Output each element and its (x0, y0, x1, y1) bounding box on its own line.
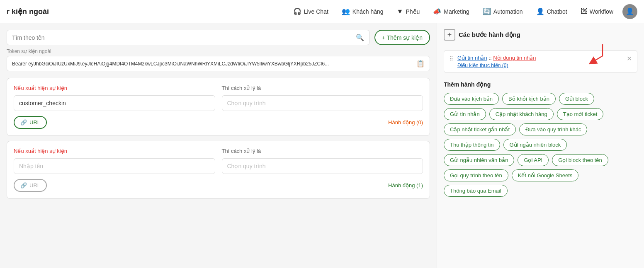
action-tag-7[interactable]: Đưa vào quy trình khác (519, 123, 587, 135)
action-tag-15[interactable]: Thông báo qua Email (444, 185, 508, 197)
event-input-1[interactable] (14, 95, 215, 111)
action-tags: Đưa vào kịch bảnBỏ khỏi kịch bảnGửi bloc… (444, 93, 637, 197)
hanh-dong-2: Hành động (1) (388, 182, 423, 188)
delete-action-button[interactable]: ✕ (627, 55, 632, 63)
nav-khach-hang-label: Khách hàng (352, 8, 384, 15)
action-tag-1[interactable]: Bỏ khỏi kịch bản (502, 93, 556, 105)
copy-icon[interactable]: 📋 (416, 60, 425, 68)
nav-pheu-label: Phễu (406, 8, 420, 15)
marketing-icon: 📣 (433, 7, 441, 15)
action-condition[interactable]: Điều kiện thực hiện (0) (457, 63, 622, 68)
add-event-button[interactable]: + Thêm sự kiện (374, 30, 430, 45)
url-button-2: 🔗 URL (14, 179, 47, 192)
process-input-2[interactable] (222, 158, 423, 174)
avatar[interactable]: 👤 (622, 4, 637, 19)
hanh-dong-1: Hành động (0) (388, 119, 423, 126)
event-input-2[interactable] (14, 158, 215, 174)
link-icon-1: 🔗 (20, 119, 27, 126)
action-link-send[interactable]: Gửi tin nhắn (457, 55, 487, 61)
header: r kiện ngoài 🎧 Live Chat 👥 Khách hàng ▼ … (0, 0, 644, 23)
action-tag-2[interactable]: Gửi block (559, 93, 594, 105)
search-input[interactable] (12, 34, 352, 41)
action-sep: :: (488, 55, 493, 61)
action-tag-3[interactable]: Gửi tin nhắn (444, 108, 486, 120)
token-value: Bearer eyJhbGciOiJIUzUxMiJ9.eyJleHAiOjg4… (12, 61, 413, 67)
token-row: Token sự kiện ngoài Bearer eyJhbGciOiJIU… (7, 48, 430, 71)
nav-marketing-label: Marketing (444, 8, 469, 15)
search-row: 🔍 + Thêm sự kiện (7, 30, 430, 45)
nav-live-chat[interactable]: 🎧 Live Chat (287, 4, 334, 19)
nav-live-chat-label: Live Chat (304, 8, 328, 15)
action-title: Gửi tin nhắn :: Nội dung tin nhắn (457, 55, 622, 61)
action-tag-5[interactable]: Tạo mới ticket (557, 108, 603, 120)
nav-chatbot-label: Chatbot (547, 8, 567, 15)
event-card-1: Nếu xuất hiện sự kiện Thì cách xử lý là … (7, 78, 430, 136)
nav-marketing[interactable]: 📣 Marketing (427, 4, 475, 19)
nav-automation[interactable]: 🔄 Automation (477, 4, 529, 19)
action-tag-12[interactable]: Gọi block theo tên (552, 154, 608, 166)
action-tag-11[interactable]: Gọi API (518, 154, 549, 166)
then-label-2: Thì cách xử lý là (222, 148, 423, 154)
nav-automation-label: Automation (493, 8, 523, 15)
action-content: Gửi tin nhắn :: Nội dung tin nhắn Điều k… (457, 55, 622, 68)
add-step-button[interactable]: + (444, 29, 455, 41)
process-input-1[interactable] (222, 95, 423, 111)
chatbot-icon: 👤 (536, 7, 544, 15)
action-tag-6[interactable]: Cập nhật ticket gần nhất (444, 123, 516, 135)
action-link-content[interactable]: Nội dung tin nhắn (493, 55, 536, 61)
token-label: Token sự kiện ngoài (7, 48, 430, 54)
drag-handle[interactable]: ⠿ (449, 56, 453, 62)
event-row-1: Nếu xuất hiện sự kiện Thì cách xử lý là (14, 85, 423, 111)
left-panel: 🔍 + Thêm sự kiện Token sự kiện ngoài Bea… (0, 23, 437, 268)
workflow-icon: 🖼 (581, 8, 587, 15)
right-panel-title: Các bước hành động (459, 31, 520, 39)
right-panel: + Các bước hành động ⠿ Gửi tin nhắn (437, 23, 644, 268)
event-col-if-2: Nếu xuất hiện sự kiện (14, 148, 215, 174)
action-tag-4[interactable]: Cập nhật khách hàng (489, 108, 554, 120)
add-action-title: Thêm hành động (444, 81, 637, 88)
event-col-then-2: Thì cách xử lý là (222, 148, 423, 174)
search-box: 🔍 (7, 30, 369, 45)
action-block-1: ⠿ Gửi tin nhắn :: Nội dung tin nhắn Điều… (444, 50, 637, 73)
add-action-section: Thêm hành động Đưa vào kịch bảnBỏ khỏi k… (437, 76, 644, 202)
nav-workflow-label: Workflow (590, 8, 613, 15)
khach-hang-icon: 👥 (342, 7, 350, 15)
action-tag-8[interactable]: Thu thập thông tin (444, 139, 500, 151)
event-card-2: Nếu xuất hiện sự kiện Thì cách xử lý là … (7, 141, 430, 199)
automation-icon: 🔄 (483, 7, 491, 15)
nav-chatbot[interactable]: 👤 Chatbot (530, 4, 573, 19)
event-footer-1: 🔗 URL Hành động (0) (14, 116, 423, 129)
link-icon-2: 🔗 (20, 182, 27, 188)
action-tag-14[interactable]: Kết nối Google Sheets (512, 169, 579, 181)
page-title: r kiện ngoài (7, 7, 56, 16)
action-block-wrapper: ⠿ Gửi tin nhắn :: Nội dung tin nhắn Điều… (437, 47, 644, 76)
action-tag-9[interactable]: Gửi ngẫu nhiên block (503, 139, 567, 151)
if-label-2: Nếu xuất hiện sự kiện (14, 148, 215, 154)
action-tag-10[interactable]: Gửi ngẫu nhiên văn bản (444, 154, 514, 166)
event-row-2: Nếu xuất hiện sự kiện Thì cách xử lý là (14, 148, 423, 174)
main-container: 🔍 + Thêm sự kiện Token sự kiện ngoài Bea… (0, 23, 644, 268)
nav-workflow[interactable]: 🖼 Workflow (575, 5, 619, 19)
right-header: + Các bước hành động (437, 23, 644, 45)
event-col-if-1: Nếu xuất hiện sự kiện (14, 85, 215, 111)
token-box: Bearer eyJhbGciOiJIUzUxMiJ9.eyJleHAiOjg4… (7, 56, 430, 71)
if-label-1: Nếu xuất hiện sự kiện (14, 85, 215, 91)
event-col-then-1: Thì cách xử lý là (222, 85, 423, 111)
nav-pheu[interactable]: ▼ Phễu (391, 5, 426, 19)
event-footer-2: 🔗 URL Hành động (1) (14, 179, 423, 192)
action-tag-0[interactable]: Đưa vào kịch bản (444, 93, 499, 105)
search-button[interactable]: 🔍 (356, 34, 364, 41)
action-tag-13[interactable]: Gọi quy trình theo tên (444, 169, 508, 181)
url-button-1[interactable]: 🔗 URL (14, 116, 47, 129)
live-chat-icon: 🎧 (293, 7, 301, 15)
nav-khach-hang[interactable]: 👥 Khách hàng (336, 4, 389, 19)
pheu-icon: ▼ (397, 8, 403, 15)
then-label-1: Thì cách xử lý là (222, 85, 423, 91)
main-nav: 🎧 Live Chat 👥 Khách hàng ▼ Phễu 📣 Market… (287, 4, 619, 19)
